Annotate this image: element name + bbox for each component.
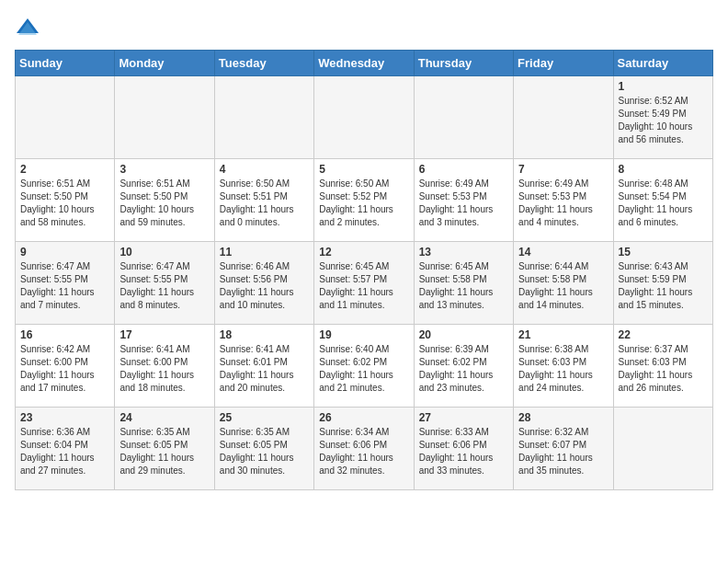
logo-icon — [15, 15, 40, 40]
day-info: Sunrise: 6:36 AM Sunset: 6:04 PM Dayligh… — [20, 426, 109, 477]
col-header-friday: Friday — [514, 51, 613, 76]
calendar-cell: 23Sunrise: 6:36 AM Sunset: 6:04 PM Dayli… — [16, 408, 115, 490]
day-number: 20 — [419, 328, 508, 341]
calendar-cell — [214, 76, 313, 159]
day-number: 4 — [220, 163, 309, 176]
calendar-cell: 25Sunrise: 6:35 AM Sunset: 6:05 PM Dayli… — [214, 408, 313, 490]
week-row-5: 23Sunrise: 6:36 AM Sunset: 6:04 PM Dayli… — [16, 408, 713, 490]
calendar-cell: 3Sunrise: 6:51 AM Sunset: 5:50 PM Daylig… — [115, 159, 214, 242]
calendar-cell: 27Sunrise: 6:33 AM Sunset: 6:06 PM Dayli… — [414, 408, 513, 490]
col-header-saturday: Saturday — [613, 51, 712, 76]
day-number: 11 — [220, 246, 309, 259]
calendar-cell: 1Sunrise: 6:52 AM Sunset: 5:49 PM Daylig… — [613, 76, 712, 159]
day-info: Sunrise: 6:52 AM Sunset: 5:49 PM Dayligh… — [619, 95, 708, 146]
calendar-cell — [115, 76, 214, 159]
col-header-wednesday: Wednesday — [314, 51, 414, 76]
day-number: 8 — [619, 163, 708, 176]
day-number: 2 — [20, 163, 109, 176]
calendar-cell: 16Sunrise: 6:42 AM Sunset: 6:00 PM Dayli… — [16, 325, 115, 408]
week-row-3: 9Sunrise: 6:47 AM Sunset: 5:55 PM Daylig… — [16, 242, 713, 325]
calendar-cell — [314, 76, 414, 159]
logo — [15, 15, 44, 40]
day-info: Sunrise: 6:50 AM Sunset: 5:51 PM Dayligh… — [220, 178, 309, 229]
day-info: Sunrise: 6:48 AM Sunset: 5:54 PM Dayligh… — [619, 178, 708, 229]
calendar-cell: 22Sunrise: 6:37 AM Sunset: 6:03 PM Dayli… — [613, 325, 712, 408]
day-info: Sunrise: 6:32 AM Sunset: 6:07 PM Dayligh… — [518, 426, 608, 477]
calendar-cell: 11Sunrise: 6:46 AM Sunset: 5:56 PM Dayli… — [214, 242, 313, 325]
calendar-cell: 20Sunrise: 6:39 AM Sunset: 6:02 PM Dayli… — [414, 325, 513, 408]
day-number: 23 — [20, 411, 109, 424]
day-info: Sunrise: 6:37 AM Sunset: 6:03 PM Dayligh… — [619, 343, 708, 395]
day-number: 1 — [619, 80, 708, 93]
calendar-cell: 2Sunrise: 6:51 AM Sunset: 5:50 PM Daylig… — [16, 159, 115, 242]
day-number: 26 — [319, 411, 408, 424]
calendar-table: SundayMondayTuesdayWednesdayThursdayFrid… — [15, 50, 713, 490]
day-info: Sunrise: 6:41 AM Sunset: 6:00 PM Dayligh… — [119, 343, 209, 395]
day-number: 3 — [119, 163, 209, 176]
week-row-1: 1Sunrise: 6:52 AM Sunset: 5:49 PM Daylig… — [16, 76, 713, 159]
day-number: 10 — [119, 246, 209, 259]
calendar-cell — [613, 408, 712, 490]
day-info: Sunrise: 6:46 AM Sunset: 5:56 PM Dayligh… — [220, 260, 309, 312]
day-info: Sunrise: 6:33 AM Sunset: 6:06 PM Dayligh… — [419, 426, 508, 477]
calendar-cell: 10Sunrise: 6:47 AM Sunset: 5:55 PM Dayli… — [115, 242, 214, 325]
day-number: 22 — [619, 328, 708, 341]
day-number: 9 — [20, 246, 109, 259]
calendar-cell: 4Sunrise: 6:50 AM Sunset: 5:51 PM Daylig… — [214, 159, 313, 242]
day-number: 28 — [518, 411, 608, 424]
day-info: Sunrise: 6:51 AM Sunset: 5:50 PM Dayligh… — [20, 178, 109, 229]
day-number: 25 — [220, 411, 309, 424]
day-number: 18 — [220, 328, 309, 341]
day-number: 5 — [319, 163, 408, 176]
calendar-cell — [16, 76, 115, 159]
calendar-cell: 7Sunrise: 6:49 AM Sunset: 5:53 PM Daylig… — [514, 159, 613, 242]
day-number: 27 — [419, 411, 508, 424]
calendar-cell: 26Sunrise: 6:34 AM Sunset: 6:06 PM Dayli… — [314, 408, 414, 490]
calendar-cell — [514, 76, 613, 159]
calendar-cell: 28Sunrise: 6:32 AM Sunset: 6:07 PM Dayli… — [514, 408, 613, 490]
calendar-cell: 17Sunrise: 6:41 AM Sunset: 6:00 PM Dayli… — [115, 325, 214, 408]
week-row-4: 16Sunrise: 6:42 AM Sunset: 6:00 PM Dayli… — [16, 325, 713, 408]
calendar-cell: 8Sunrise: 6:48 AM Sunset: 5:54 PM Daylig… — [613, 159, 712, 242]
day-info: Sunrise: 6:35 AM Sunset: 6:05 PM Dayligh… — [119, 426, 209, 477]
calendar-cell: 18Sunrise: 6:41 AM Sunset: 6:01 PM Dayli… — [214, 325, 313, 408]
day-number: 14 — [518, 246, 608, 259]
col-header-tuesday: Tuesday — [214, 51, 313, 76]
day-info: Sunrise: 6:42 AM Sunset: 6:00 PM Dayligh… — [20, 343, 109, 395]
day-number: 16 — [20, 328, 109, 341]
day-info: Sunrise: 6:49 AM Sunset: 5:53 PM Dayligh… — [518, 178, 608, 229]
day-info: Sunrise: 6:47 AM Sunset: 5:55 PM Dayligh… — [119, 260, 209, 312]
calendar-cell: 15Sunrise: 6:43 AM Sunset: 5:59 PM Dayli… — [613, 242, 712, 325]
col-header-monday: Monday — [115, 51, 214, 76]
calendar-cell — [414, 76, 513, 159]
calendar-cell: 19Sunrise: 6:40 AM Sunset: 6:02 PM Dayli… — [314, 325, 414, 408]
calendar-cell: 13Sunrise: 6:45 AM Sunset: 5:58 PM Dayli… — [414, 242, 513, 325]
day-info: Sunrise: 6:34 AM Sunset: 6:06 PM Dayligh… — [319, 426, 408, 477]
day-info: Sunrise: 6:51 AM Sunset: 5:50 PM Dayligh… — [119, 178, 209, 229]
calendar-cell: 6Sunrise: 6:49 AM Sunset: 5:53 PM Daylig… — [414, 159, 513, 242]
day-info: Sunrise: 6:45 AM Sunset: 5:57 PM Dayligh… — [319, 260, 408, 312]
calendar-cell: 21Sunrise: 6:38 AM Sunset: 6:03 PM Dayli… — [514, 325, 613, 408]
day-number: 6 — [419, 163, 508, 176]
calendar-cell: 14Sunrise: 6:44 AM Sunset: 5:58 PM Dayli… — [514, 242, 613, 325]
day-info: Sunrise: 6:47 AM Sunset: 5:55 PM Dayligh… — [20, 260, 109, 312]
day-info: Sunrise: 6:38 AM Sunset: 6:03 PM Dayligh… — [518, 343, 608, 395]
day-info: Sunrise: 6:49 AM Sunset: 5:53 PM Dayligh… — [419, 178, 508, 229]
day-info: Sunrise: 6:35 AM Sunset: 6:05 PM Dayligh… — [220, 426, 309, 477]
day-info: Sunrise: 6:39 AM Sunset: 6:02 PM Dayligh… — [419, 343, 508, 395]
day-info: Sunrise: 6:41 AM Sunset: 6:01 PM Dayligh… — [220, 343, 309, 395]
week-row-2: 2Sunrise: 6:51 AM Sunset: 5:50 PM Daylig… — [16, 159, 713, 242]
day-number: 12 — [319, 246, 408, 259]
page-header — [15, 15, 713, 40]
calendar-cell: 12Sunrise: 6:45 AM Sunset: 5:57 PM Dayli… — [314, 242, 414, 325]
day-info: Sunrise: 6:43 AM Sunset: 5:59 PM Dayligh… — [619, 260, 708, 312]
calendar-cell: 9Sunrise: 6:47 AM Sunset: 5:55 PM Daylig… — [16, 242, 115, 325]
day-number: 15 — [619, 246, 708, 259]
calendar-cell: 5Sunrise: 6:50 AM Sunset: 5:52 PM Daylig… — [314, 159, 414, 242]
day-number: 7 — [518, 163, 608, 176]
day-number: 21 — [518, 328, 608, 341]
col-header-sunday: Sunday — [16, 51, 115, 76]
col-header-thursday: Thursday — [414, 51, 513, 76]
day-number: 24 — [119, 411, 209, 424]
day-info: Sunrise: 6:45 AM Sunset: 5:58 PM Dayligh… — [419, 260, 508, 312]
